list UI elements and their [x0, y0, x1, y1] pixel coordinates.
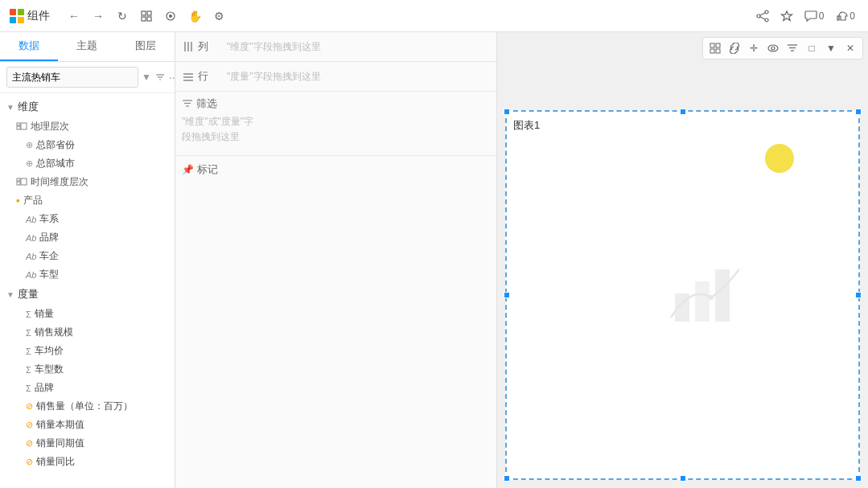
settings-button[interactable]: ⚙: [208, 5, 230, 27]
share-button[interactable]: [753, 8, 772, 24]
logo-cell-blue: [10, 17, 16, 23]
list-item-sales[interactable]: Σ 销量: [0, 305, 175, 323]
item-label-pinpai: 品牌: [39, 231, 59, 244]
chart-tb-link[interactable]: [726, 39, 743, 57]
like-button[interactable]: 0: [832, 8, 858, 24]
item-label-scale: 销售规模: [35, 326, 73, 339]
tab-data[interactable]: 数据: [0, 32, 58, 61]
list-item-sales-yoy[interactable]: ⊘ 销量同比: [0, 453, 175, 471]
row-icon: [182, 70, 195, 83]
svg-point-8: [757, 14, 760, 18]
filter-button[interactable]: [154, 68, 166, 87]
comment-button[interactable]: 0: [801, 8, 828, 24]
search-input[interactable]: [6, 67, 138, 88]
item-label-avgprice: 车均价: [35, 344, 64, 358]
filter-label-text: 筛选: [196, 96, 217, 111]
tab-layer[interactable]: 图层: [117, 32, 175, 61]
hand-button[interactable]: ✋: [183, 5, 206, 27]
handle-bot-mid[interactable]: [680, 475, 686, 482]
chart-tb-grid[interactable]: [706, 39, 724, 57]
product-group-label: 产品: [23, 194, 43, 207]
middle-panel: 列 "维度"字段拖拽到这里 行 "度量"字段拖拽到这里 筛选 "维度"或"度量"…: [175, 32, 497, 488]
handle-mid-left[interactable]: [504, 292, 510, 298]
list-item-chelei[interactable]: Ab 车型: [0, 265, 175, 284]
star-button[interactable]: [777, 8, 796, 24]
list-item-brand-measure[interactable]: Σ 品牌: [0, 379, 175, 397]
svg-rect-42: [715, 269, 730, 322]
type-icon-chexing: Ab: [26, 215, 36, 224]
svg-rect-32: [716, 43, 720, 47]
globe-icon-province: ⊕: [26, 140, 33, 150]
handle-top-left[interactable]: [504, 109, 510, 115]
chart-toolbar: ✛ □ ▼ ✕: [702, 37, 863, 59]
measure-section[interactable]: ▼ 度量: [0, 284, 175, 305]
chart-tb-close[interactable]: ✕: [841, 39, 859, 57]
undo-button[interactable]: ←: [63, 5, 85, 27]
chart-tb-eye[interactable]: [764, 39, 782, 57]
list-item-pinpai[interactable]: Ab 品牌: [0, 228, 175, 247]
filter-placeholder: "维度"或"度量"字 段拖拽到这里: [182, 114, 490, 145]
chart-tb-dropdown[interactable]: ▼: [822, 39, 840, 57]
list-item-sales-same[interactable]: ⊘ 销量同期值: [0, 434, 175, 453]
chart-tb-move[interactable]: ✛: [745, 39, 763, 57]
refresh-button[interactable]: ↻: [111, 5, 134, 27]
chart-canvas: 图表1: [505, 110, 860, 480]
list-item-sales-million[interactable]: ⊘ 销售量（单位：百万）: [0, 397, 175, 416]
geo-group[interactable]: 地理层次: [0, 117, 175, 136]
time-icon: [16, 176, 27, 189]
svg-rect-2: [142, 17, 146, 21]
view-button[interactable]: [159, 5, 182, 27]
top-toolbar: 组件 ← → ↻ ✋ ⚙ 0 0: [0, 0, 868, 32]
svg-rect-3: [147, 17, 151, 21]
chart-tb-filter[interactable]: [784, 39, 801, 57]
app-logo: 组件: [10, 9, 50, 23]
mark-zone: 📌 标记: [175, 156, 496, 204]
handle-top-mid[interactable]: [680, 109, 686, 115]
list-item-province[interactable]: ⊕ 总部省份: [0, 136, 175, 154]
logo-cell-green: [18, 9, 24, 15]
nav-buttons: ← → ↻ ✋ ⚙: [63, 5, 230, 27]
list-item-modelcount[interactable]: Σ 车型数: [0, 360, 175, 379]
column-zone: 列 "维度"字段拖拽到这里: [175, 32, 496, 62]
handle-top-right[interactable]: [855, 109, 862, 115]
type-icon-chelei: Ab: [26, 270, 36, 280]
chart-tb-square[interactable]: □: [803, 39, 821, 57]
handle-bot-left[interactable]: [504, 475, 510, 482]
row-zone-row: 行 "度量"字段拖拽到这里: [175, 62, 496, 91]
filter-icon: [182, 98, 193, 109]
item-label-sales-current: 销量本期值: [36, 418, 84, 432]
list-item-city[interactable]: ⊕ 总部城市: [0, 154, 175, 173]
row-label-text: 行: [198, 69, 208, 84]
chart-placeholder-icon: [667, 261, 747, 329]
svg-rect-34: [716, 49, 720, 53]
list-item-chexing[interactable]: Ab 车系: [0, 210, 175, 228]
row-placeholder: "度量"字段拖拽到这里: [222, 67, 490, 87]
sigma-icon-sales: Σ: [26, 310, 31, 319]
calc-icon-4: ⊘: [26, 457, 33, 467]
item-label-sales: 销量: [35, 307, 54, 321]
svg-rect-31: [710, 43, 714, 47]
layout-button[interactable]: [135, 5, 158, 27]
search-dropdown-btn[interactable]: ▼: [142, 68, 151, 87]
list-item-sales-current[interactable]: ⊘ 销量本期值: [0, 416, 175, 434]
item-label-modelcount: 车型数: [35, 363, 64, 376]
svg-rect-21: [21, 178, 27, 185]
product-group[interactable]: ▪ 产品: [0, 191, 175, 210]
chart-area: ✛ □ ▼ ✕ 图表1: [497, 32, 868, 488]
like-count: 0: [849, 10, 855, 22]
tab-theme[interactable]: 主题: [58, 32, 116, 61]
list-item-chejia[interactable]: Ab 车企: [0, 247, 175, 265]
handle-mid-right[interactable]: [855, 292, 862, 298]
comment-count: 0: [819, 10, 825, 22]
list-item-avgprice[interactable]: Σ 车均价: [0, 342, 175, 360]
app-title: 组件: [27, 9, 50, 23]
item-label-sales-yoy: 销量同比: [36, 455, 75, 469]
dimension-label: 维度: [18, 100, 39, 114]
dimension-section[interactable]: ▼ 维度: [0, 96, 175, 117]
list-item-scale[interactable]: Σ 销售规模: [0, 323, 175, 342]
handle-bot-right[interactable]: [855, 475, 862, 482]
sidebar-content: ▼ 维度 地理层次 ⊕ 总部省份 ⊕ 总部城市: [0, 93, 175, 488]
redo-button[interactable]: →: [87, 5, 109, 27]
logo-cell-red: [10, 9, 16, 15]
time-group[interactable]: 时间维度层次: [0, 173, 175, 191]
